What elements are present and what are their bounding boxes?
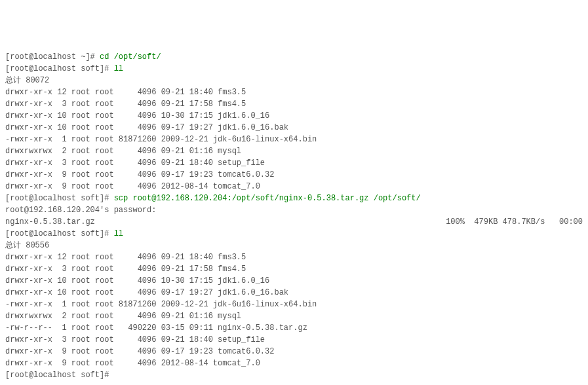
terminal-line: nginx-0.5.38.tar.gz100% 479KB 478.7KB/s … bbox=[5, 216, 583, 228]
terminal-line: drwxr-xr-x 10 root root 4096 10-30 17:15… bbox=[5, 110, 583, 122]
terminal-line: drwxr-xr-x 10 root root 4096 09-17 19:27… bbox=[5, 122, 583, 134]
terminal-line: drwxr-xr-x 10 root root 4096 10-30 17:15… bbox=[5, 275, 583, 287]
shell-prompt: [root@localhost soft]# bbox=[5, 64, 114, 73]
terminal-line: drwxr-xr-x 12 root root 4096 09-21 18:40… bbox=[5, 86, 583, 98]
terminal-line: drwxrwxrwx 2 root root 4096 09-21 01:16 … bbox=[5, 145, 583, 157]
terminal-line: 总计 80072 bbox=[5, 75, 583, 86]
shell-command: ll bbox=[114, 229, 123, 238]
terminal-line: drwxr-xr-x 3 root root 4096 09-21 18:40 … bbox=[5, 157, 583, 169]
terminal-line: drwxr-xr-x 9 root root 4096 2012-08-14 t… bbox=[5, 181, 583, 192]
terminal-line: -rwxr-xr-x 1 root root 81871260 2009-12-… bbox=[5, 134, 583, 145]
terminal-line: drwxr-xr-x 3 root root 4096 09-21 17:58 … bbox=[5, 263, 583, 275]
shell-command: scp root@192.168.120.204:/opt/soft/nginx… bbox=[114, 194, 421, 203]
terminal-line: [root@localhost soft]# scp root@192.168.… bbox=[5, 192, 583, 204]
shell-prompt: [root@localhost soft]# bbox=[5, 229, 114, 238]
terminal-line: [root@localhost ~]# cd /opt/soft/ bbox=[5, 51, 583, 63]
terminal-line: root@192.168.120.204's password: bbox=[5, 204, 583, 216]
shell-prompt: [root@localhost soft]# bbox=[5, 371, 114, 380]
terminal-line: -rw-r--r-- 1 root root 490220 03-15 09:1… bbox=[5, 322, 583, 334]
transfer-filename: nginx-0.5.38.tar.gz bbox=[5, 216, 95, 228]
terminal-line: drwxr-xr-x 12 root root 4096 09-21 18:40… bbox=[5, 251, 583, 263]
terminal-line: drwxrwxrwx 2 root root 4096 09-21 01:16 … bbox=[5, 310, 583, 322]
terminal-line: drwxr-xr-x 3 root root 4096 09-21 18:40 … bbox=[5, 334, 583, 346]
shell-command: ll bbox=[114, 64, 123, 73]
terminal-line: [root@localhost soft]# ll bbox=[5, 228, 583, 240]
terminal-line: drwxr-xr-x 9 root root 4096 09-17 19:23 … bbox=[5, 346, 583, 358]
terminal-line: drwxr-xr-x 9 root root 4096 2012-08-14 t… bbox=[5, 358, 583, 369]
terminal-line: -rwxr-xr-x 1 root root 81871260 2009-12-… bbox=[5, 299, 583, 310]
terminal-line: drwxr-xr-x 9 root root 4096 09-17 19:23 … bbox=[5, 169, 583, 181]
terminal-line: [root@localhost soft]# bbox=[5, 369, 583, 381]
shell-prompt: [root@localhost ~]# bbox=[5, 52, 100, 62]
terminal-line: drwxr-xr-x 10 root root 4096 09-17 19:27… bbox=[5, 287, 583, 299]
transfer-stats: 100% 479KB 478.7KB/s 00:00 bbox=[446, 216, 583, 228]
terminal-line: 总计 80556 bbox=[5, 240, 583, 251]
terminal-line: [root@localhost soft]# ll bbox=[5, 63, 583, 75]
terminal-output[interactable]: [root@localhost ~]# cd /opt/soft/[root@l… bbox=[5, 51, 583, 381]
terminal-line: drwxr-xr-x 3 root root 4096 09-21 17:58 … bbox=[5, 98, 583, 110]
shell-command: cd /opt/soft/ bbox=[100, 52, 161, 62]
shell-prompt: [root@localhost soft]# bbox=[5, 194, 114, 203]
